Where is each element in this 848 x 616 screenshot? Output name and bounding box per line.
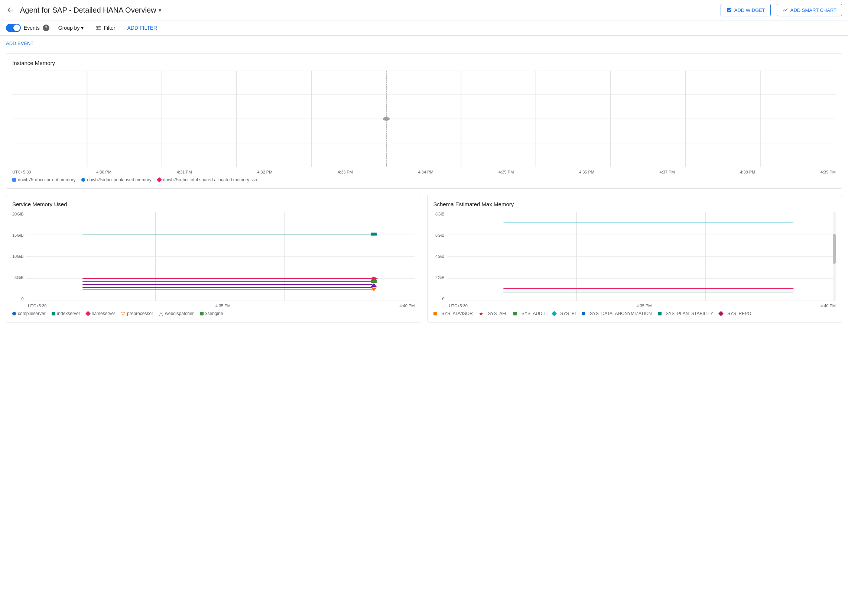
service-memory-chart: Service Memory Used 20GiB 15GiB 10GiB 5G…: [6, 195, 421, 322]
add-smart-chart-button[interactable]: ADD SMART CHART: [777, 4, 842, 16]
toolbar: Events ? Group by ▾ Filter ADD FILTER: [0, 21, 848, 36]
back-button[interactable]: [6, 6, 14, 14]
page-title: Agent for SAP - Detailed HANA Overview ▾: [20, 6, 162, 15]
legend-color-shared: [157, 177, 162, 183]
events-toggle[interactable]: [6, 24, 21, 32]
svg-rect-29: [371, 280, 376, 283]
instance-memory-x-axis: UTC+5:30 4:30 PM 4:31 PM 4:32 PM 4:33 PM…: [12, 170, 836, 174]
group-by-chevron-icon: ▾: [81, 25, 84, 31]
schema-memory-scrollbar[interactable]: [833, 212, 836, 301]
legend-item-xsengine: xsengine: [200, 311, 223, 316]
service-memory-plot: [26, 212, 415, 302]
legend-label-shared: dnwh75rdbci total shared allocated memor…: [163, 177, 258, 183]
svg-rect-25: [371, 233, 376, 236]
schema-memory-svg: [447, 212, 836, 301]
group-by-label: Group by: [58, 25, 80, 31]
add-widget-label: ADD WIDGET: [734, 7, 765, 13]
legend-item-sys-afl: ★ _SYS_AFL: [479, 311, 507, 316]
add-event-bar: ADD EVENT: [0, 36, 848, 50]
service-memory-y-axis: 20GiB 15GiB 10GiB 5GiB 0: [12, 212, 26, 301]
events-info-icon[interactable]: ?: [43, 25, 49, 31]
events-toggle-container: Events ?: [6, 24, 49, 32]
service-memory-chart-area: 20GiB 15GiB 10GiB 5GiB 0: [12, 212, 415, 302]
legend-item-sys-plan-stability: _SYS_PLAN_STABILITY: [658, 311, 713, 316]
schema-memory-plot: [447, 212, 836, 302]
legend-item-preprocessor: ▽ preprocessor: [121, 311, 153, 316]
schema-memory-chart-area: 8GiB 6GiB 4GiB 2GiB 0: [433, 212, 836, 302]
filter-button[interactable]: Filter: [92, 24, 118, 32]
instance-memory-legend: dnwh75rdbci current memory dnwh75rdbci p…: [12, 177, 836, 183]
schema-memory-title: Schema Estimated Max Memory: [433, 201, 836, 207]
legend-item-compileserver: compileserver: [12, 311, 46, 316]
service-memory-x-axis: UTC+5:30 4:35 PM 4:40 PM: [12, 304, 415, 308]
instance-memory-chart: Instance Memory: [6, 53, 842, 189]
charts-container: Instance Memory: [0, 50, 848, 331]
events-label: Events: [24, 25, 40, 31]
service-memory-legend: compileserver indexserver nameserver ▽ p…: [12, 311, 415, 316]
title-chevron-icon[interactable]: ▾: [158, 6, 162, 14]
schema-memory-x-axis: UTC+5:30 4:35 PM 4:40 PM: [433, 304, 836, 308]
service-memory-title: Service Memory Used: [12, 201, 415, 207]
service-memory-svg: [26, 212, 415, 301]
filter-label: Filter: [104, 25, 115, 31]
instance-memory-title: Instance Memory: [12, 60, 836, 66]
page-title-text: Agent for SAP - Detailed HANA Overview: [20, 6, 156, 15]
charts-row: Service Memory Used 20GiB 15GiB 10GiB 5G…: [6, 195, 842, 328]
header: Agent for SAP - Detailed HANA Overview ▾…: [0, 0, 848, 21]
legend-item-webdispatcher: △ webdispatcher: [159, 311, 194, 316]
legend-item-sys-advisor: _SYS_ADVISOR: [433, 311, 473, 316]
legend-item-sys-bi: _SYS_BI: [552, 311, 576, 316]
legend-color-current: [12, 178, 16, 182]
legend-item-indexserver: indexserver: [52, 311, 80, 316]
add-widget-button[interactable]: ADD WIDGET: [721, 4, 771, 16]
schema-memory-chart: Schema Estimated Max Memory 8GiB 6GiB 4G…: [427, 195, 842, 322]
legend-color-peak: [82, 178, 85, 182]
legend-label-peak: dnwh75rdbci peak used memory: [87, 177, 151, 183]
instance-memory-svg-container: [12, 71, 836, 168]
schema-memory-scrollbar-thumb[interactable]: [833, 234, 836, 264]
legend-item-sys-data-anon: _SYS_DATA_ANONYMIZATION: [582, 311, 651, 316]
legend-item-shared: dnwh75rdbci total shared allocated memor…: [157, 177, 258, 183]
legend-item-peak: dnwh75rdbci peak used memory: [82, 177, 151, 183]
add-smart-chart-label: ADD SMART CHART: [790, 7, 836, 13]
svg-point-16: [383, 117, 390, 121]
header-actions: ADD WIDGET ADD SMART CHART: [721, 4, 842, 16]
add-filter-button[interactable]: ADD FILTER: [125, 24, 160, 32]
schema-memory-legend: _SYS_ADVISOR ★ _SYS_AFL _SYS_AUDIT _SYS_…: [433, 311, 836, 316]
legend-item-sys-repo: _SYS_REPO: [719, 311, 751, 316]
schema-memory-y-axis: 8GiB 6GiB 4GiB 2GiB 0: [433, 212, 447, 301]
group-by-button[interactable]: Group by ▾: [55, 24, 87, 32]
svg-rect-27: [369, 276, 378, 281]
instance-memory-svg: [12, 71, 836, 167]
add-event-link[interactable]: ADD EVENT: [6, 40, 33, 46]
legend-item-current: dnwh75rdbci current memory: [12, 177, 76, 183]
legend-item-nameserver: nameserver: [86, 311, 115, 316]
legend-item-sys-audit: _SYS_AUDIT: [513, 311, 546, 316]
legend-label-current: dnwh75rdbci current memory: [18, 177, 76, 183]
